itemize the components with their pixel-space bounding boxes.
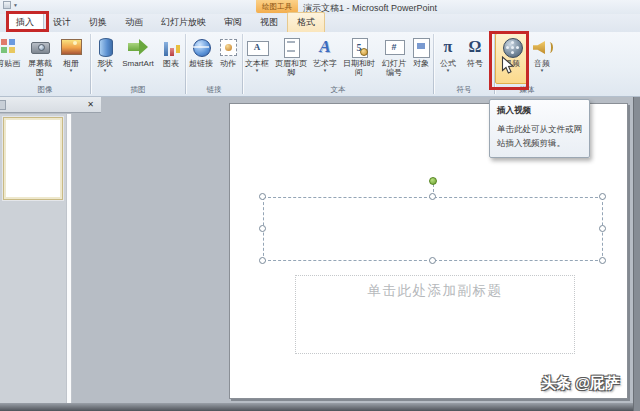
symbol-icon: Ω	[462, 35, 488, 59]
chevron-down-icon: ▼	[540, 68, 544, 73]
close-icon[interactable]: ✕	[85, 99, 96, 110]
resize-handle[interactable]	[599, 193, 606, 200]
slide-number-button[interactable]: # 幻灯片编号	[379, 33, 409, 84]
textbox-button[interactable]: A 文本框 ▼	[243, 33, 271, 84]
slide-thumbnail[interactable]	[3, 117, 63, 200]
date-time-icon: 5	[346, 35, 372, 59]
chart-icon	[158, 35, 184, 59]
group-label-text: 文本	[243, 84, 433, 96]
resize-handle[interactable]	[599, 225, 606, 232]
window-right-edge	[633, 97, 640, 411]
annotation-box-insert-tab	[6, 11, 49, 32]
photo-album-button[interactable]: 相册 ▼	[57, 33, 85, 84]
tab-slideshow[interactable]: 幻灯片放映	[152, 13, 215, 32]
smartart-button[interactable]: SmartArt	[119, 33, 157, 84]
ribbon-group-links: 超链接 动作 链接	[186, 32, 242, 96]
ribbon-group-symbols: π 公式 ▼ Ω 符号 符号	[434, 32, 494, 96]
resize-handle[interactable]	[429, 257, 436, 264]
photo-album-icon	[58, 35, 84, 59]
watermark: 头条 @屁萨	[541, 374, 620, 393]
tooltip-body: 单击此处可从文件或网站插入视频剪辑。	[497, 123, 582, 150]
resize-handle[interactable]	[259, 225, 266, 232]
audio-button[interactable]: 音频 ▼	[529, 33, 555, 84]
object-icon	[408, 35, 434, 59]
tab-review[interactable]: 审阅	[215, 13, 251, 32]
group-label-symbols: 符号	[434, 84, 494, 96]
textbox-icon: A	[244, 35, 270, 59]
quick-access-icon	[3, 1, 11, 9]
audio-icon	[529, 35, 555, 59]
tab-format[interactable]: 格式	[287, 12, 325, 32]
tooltip-insert-video: 插入视频 单击此处可从文件或网站插入视频剪辑。	[489, 99, 590, 158]
ribbon-group-illustrations: 形状 ▼ SmartArt 图表 插图	[91, 32, 185, 96]
subtitle-placeholder[interactable]: 单击此处添加副标题	[295, 275, 575, 354]
chevron-down-icon[interactable]: ▼	[13, 2, 18, 8]
shapes-button[interactable]: 形状 ▼	[91, 33, 119, 84]
tab-view[interactable]: 视图	[251, 13, 287, 32]
tab-design[interactable]: 设计	[44, 13, 80, 32]
action-icon	[215, 35, 241, 59]
wordart-button[interactable]: A 艺术字 ▼	[311, 33, 339, 84]
chevron-down-icon: ▼	[446, 68, 450, 73]
quick-access-toolbar[interactable]: ▼	[3, 1, 18, 9]
chevron-down-icon: ▼	[38, 77, 42, 82]
tab-transitions[interactable]: 切换	[80, 13, 116, 32]
ribbon: 剪贴画 屏幕截图 ▼ 相册 ▼ 图像 形状	[0, 32, 640, 97]
ribbon-group-text: A 文本框 ▼ 页眉和页脚 A 艺术字 ▼ 5 日期和时间	[243, 32, 433, 96]
group-label-illustrations: 插图	[91, 84, 185, 96]
resize-handle[interactable]	[429, 193, 436, 200]
smartart-icon	[125, 35, 151, 59]
chevron-down-icon: ▼	[255, 68, 259, 73]
tooltip-title: 插入视频	[497, 105, 582, 117]
symbol-button[interactable]: Ω 符号	[462, 33, 488, 84]
object-button[interactable]: 对象	[409, 33, 433, 84]
slides-pane-header: ✕	[0, 97, 101, 113]
hyperlink-button[interactable]: 超链接	[186, 33, 216, 84]
slides-pane	[0, 114, 66, 411]
equation-icon: π	[435, 35, 461, 59]
slide-number-icon: #	[381, 35, 407, 59]
header-footer-button[interactable]: 页眉和页脚	[271, 33, 311, 84]
rotation-handle[interactable]	[429, 177, 437, 185]
header-footer-icon	[278, 35, 304, 59]
clipart-icon	[0, 35, 21, 59]
resize-handle[interactable]	[599, 257, 606, 264]
pane-splitter[interactable]	[66, 114, 72, 403]
hyperlink-icon	[188, 35, 214, 59]
shapes-icon	[92, 35, 118, 59]
screenshot-button[interactable]: 屏幕截图 ▼	[23, 33, 57, 84]
tab-animations[interactable]: 动画	[116, 13, 152, 32]
date-time-button[interactable]: 5 日期和时间	[339, 33, 379, 84]
equation-button[interactable]: π 公式 ▼	[434, 33, 462, 84]
chart-button[interactable]: 图表	[157, 33, 185, 84]
chevron-down-icon: ▼	[323, 68, 327, 73]
action-button[interactable]: 动作	[216, 33, 240, 84]
group-label-images: 图像	[0, 84, 90, 96]
slides-pane-tab-icon[interactable]	[0, 100, 6, 110]
mouse-cursor	[501, 56, 514, 75]
group-label-links: 链接	[186, 84, 242, 96]
chevron-down-icon: ▼	[69, 68, 73, 73]
resize-handle[interactable]	[259, 257, 266, 264]
subtitle-placeholder-text: 单击此处添加副标题	[296, 276, 574, 300]
clipart-button[interactable]: 剪贴画	[0, 33, 23, 84]
ribbon-group-images: 剪贴画 屏幕截图 ▼ 相册 ▼ 图像	[0, 32, 90, 96]
resize-handle[interactable]	[259, 193, 266, 200]
window-bottom-edge	[0, 403, 640, 411]
wordart-icon: A	[312, 35, 338, 59]
screenshot-icon	[27, 35, 53, 59]
title-placeholder[interactable]	[263, 197, 603, 261]
chevron-down-icon: ▼	[103, 68, 107, 73]
ribbon-tab-bar: 插入 设计 切换 动画 幻灯片放映 审阅 视图 格式	[0, 14, 640, 32]
